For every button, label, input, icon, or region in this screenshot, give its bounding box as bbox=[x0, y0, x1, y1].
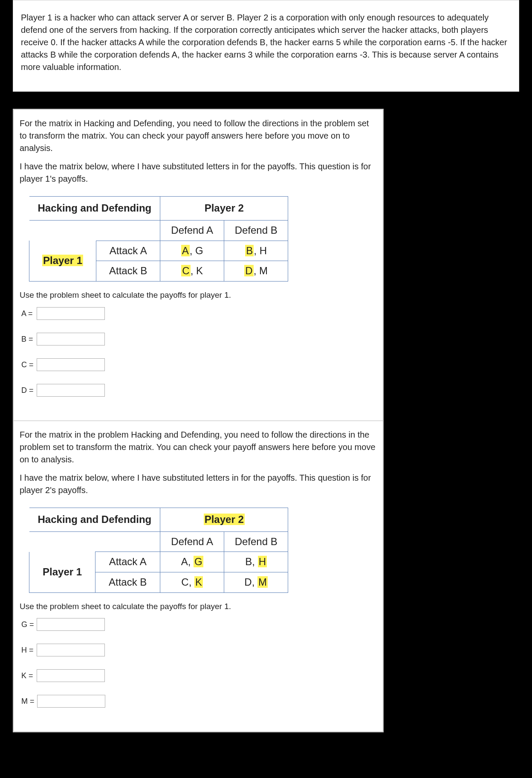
defend-b-header-2: Defend B bbox=[224, 531, 288, 552]
empty-cell bbox=[29, 220, 160, 241]
cell-aa-p1: A bbox=[181, 245, 190, 256]
cell-aa: A, G bbox=[160, 241, 224, 261]
player2-label-2: Player 2 bbox=[204, 514, 245, 525]
q1-para-2: I have the matrix below, where I have su… bbox=[20, 160, 377, 185]
payoff-matrix-1: Hacking and Defending Player 2 Defend A … bbox=[29, 196, 288, 282]
cell2-ab-p1: B bbox=[245, 556, 252, 567]
payoff-matrix-2: Hacking and Defending Player 2 Defend A … bbox=[29, 508, 288, 593]
answer-row-g: G = bbox=[21, 618, 377, 631]
attack-a-label-2: Attack A bbox=[95, 552, 160, 572]
player1-header-2: Player 1 bbox=[29, 552, 95, 593]
label-h: H = bbox=[21, 644, 34, 656]
label-g: G = bbox=[21, 619, 34, 630]
player2-header-2: Player 2 bbox=[160, 508, 288, 531]
question-2-section: For the matrix in the problem Hacking an… bbox=[13, 421, 383, 732]
answer-row-k: K = bbox=[21, 669, 377, 682]
question-1-card: For the matrix in Hacking and Defending,… bbox=[13, 109, 384, 732]
q1-para-1: For the matrix in Hacking and Defending,… bbox=[20, 117, 377, 154]
question-1-section: For the matrix in Hacking and Defending,… bbox=[13, 109, 383, 421]
cell2-ba-p1: C bbox=[181, 576, 188, 588]
cell2-ba-sep: , bbox=[189, 576, 194, 588]
answer-row-c: C = bbox=[21, 358, 377, 371]
cell2-bb-sep: , bbox=[252, 576, 257, 588]
answer-row-d: D = bbox=[21, 384, 377, 397]
cell-ab-sep: , bbox=[254, 245, 259, 256]
cell-ba: C, K bbox=[160, 261, 224, 282]
matrix-title-2: Hacking and Defending bbox=[29, 508, 160, 531]
answer-row-b: B = bbox=[21, 333, 377, 345]
cell-ab: B, H bbox=[224, 241, 288, 261]
label-m: M = bbox=[21, 696, 35, 707]
input-d[interactable] bbox=[37, 384, 105, 397]
q1-instruction: Use the problem sheet to calculate the p… bbox=[20, 289, 377, 301]
cell2-aa-p1: A bbox=[181, 556, 188, 567]
input-h[interactable] bbox=[37, 644, 105, 656]
q2-para-2: I have the matrix below, where I have su… bbox=[20, 472, 377, 496]
cell-ba-p1: C bbox=[181, 265, 190, 276]
q2-para-1: For the matrix in the problem Hacking an… bbox=[20, 429, 377, 466]
label-b: B = bbox=[21, 334, 34, 345]
input-a[interactable] bbox=[37, 307, 105, 320]
answer-row-h: H = bbox=[21, 644, 377, 656]
matrix-title: Hacking and Defending bbox=[29, 197, 160, 221]
answer-row-m: M = bbox=[21, 695, 377, 708]
cell2-ab-sep: , bbox=[252, 556, 257, 567]
input-c[interactable] bbox=[37, 358, 105, 371]
attack-a-label: Attack A bbox=[96, 241, 160, 261]
cell2-aa-sep: , bbox=[188, 556, 194, 567]
intro-text: Player 1 is a hacker who can attack serv… bbox=[21, 12, 511, 73]
cell2-bb-p2: M bbox=[257, 576, 268, 588]
input-m[interactable] bbox=[37, 695, 105, 708]
cell2-ba: C, K bbox=[160, 572, 224, 593]
cell-bb-sep: , bbox=[254, 265, 259, 276]
cell-bb-p1: D bbox=[244, 265, 253, 276]
label-d: D = bbox=[21, 385, 34, 396]
attack-b-label: Attack B bbox=[96, 261, 160, 282]
input-g[interactable] bbox=[37, 618, 105, 631]
input-k[interactable] bbox=[37, 669, 105, 682]
label-c: C = bbox=[21, 359, 34, 370]
cell2-bb: D, M bbox=[224, 572, 288, 593]
intro-card: Player 1 is a hacker who can attack serv… bbox=[13, 0, 519, 92]
label-k: K = bbox=[21, 670, 34, 681]
cell2-bb-p1: D bbox=[244, 576, 252, 588]
label-a: A = bbox=[21, 308, 34, 319]
cell-ba-p2: K bbox=[196, 265, 203, 276]
cell2-aa: A, G bbox=[160, 552, 224, 572]
cell-ba-sep: , bbox=[191, 265, 196, 276]
cell-ab-p1: B bbox=[245, 245, 254, 256]
empty-cell-2 bbox=[29, 531, 160, 552]
cell-aa-sep: , bbox=[190, 245, 195, 256]
cell-bb: D, M bbox=[224, 261, 288, 282]
defend-a-header-2: Defend A bbox=[160, 531, 224, 552]
defend-a-header: Defend A bbox=[160, 220, 224, 241]
cell2-ab-p2: H bbox=[258, 556, 267, 567]
player1-header: Player 1 bbox=[29, 241, 96, 282]
cell2-aa-p2: G bbox=[194, 556, 203, 567]
player1-label: Player 1 bbox=[42, 255, 83, 266]
attack-b-label-2: Attack B bbox=[95, 572, 160, 593]
cell-aa-p2: G bbox=[195, 245, 203, 256]
q2-instruction: Use the problem sheet to calculate the p… bbox=[20, 601, 377, 613]
cell2-ba-p2: K bbox=[194, 576, 203, 588]
cell-bb-p2: M bbox=[259, 265, 268, 276]
cell2-ab: B, H bbox=[224, 552, 288, 572]
answer-row-a: A = bbox=[21, 307, 377, 320]
defend-b-header: Defend B bbox=[224, 220, 288, 241]
player2-header: Player 2 bbox=[160, 197, 288, 221]
input-b[interactable] bbox=[37, 333, 105, 345]
cell-ab-p2: H bbox=[260, 245, 267, 256]
